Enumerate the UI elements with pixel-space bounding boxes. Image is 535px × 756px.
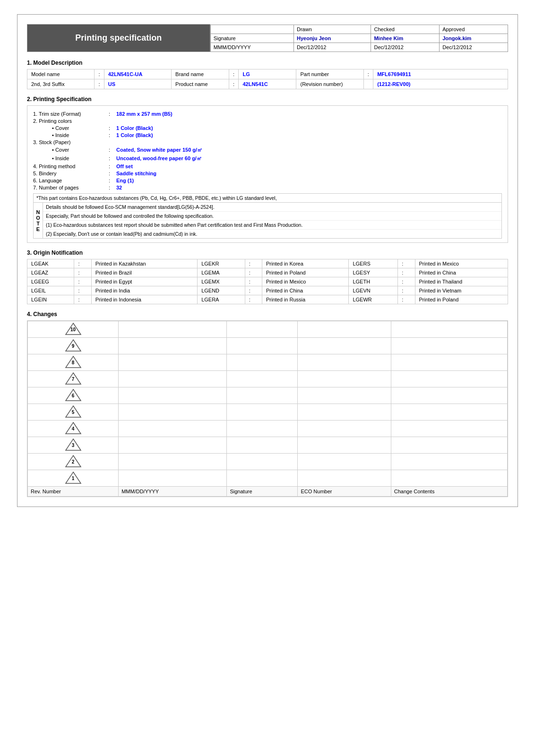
spec-bindery-value: Saddle stitching xyxy=(116,171,156,176)
header-right: Drawn Checked Approved Signature Hyeonju… xyxy=(210,25,508,52)
origin-row-4: LGEIL : Printed in India LGEND : Printed… xyxy=(27,286,508,295)
origin-lgeaz-colon: : xyxy=(74,268,91,277)
section2-header: 2. Printing Specification xyxy=(27,96,508,103)
footer-rev-col: Rev. Number xyxy=(28,487,119,497)
changes-cell xyxy=(298,454,391,470)
changes-cell xyxy=(391,470,507,487)
note-line-1: Details should be followed Eco-SCM manag… xyxy=(43,203,501,212)
changes-cell xyxy=(298,321,391,338)
changes-row: 4 xyxy=(28,421,508,437)
changes-row: 2 xyxy=(28,454,508,470)
origin-lgesy-code: LGESY xyxy=(349,268,398,277)
header-checked-label: Checked xyxy=(371,25,440,34)
origin-lgers-desc: Printed in Mexico xyxy=(415,259,508,268)
document-title: Printing specification xyxy=(27,25,210,52)
spec-method-row: 4. Printing method : Off set xyxy=(33,163,502,169)
product-name-value: 42LN541C xyxy=(239,79,296,89)
origin-lgewr-colon: : xyxy=(398,295,415,304)
model-row-1: Model name : 42LN541C-UA Brand name : LG… xyxy=(27,69,508,79)
origin-lgeeg-desc: Printed in Egypt xyxy=(91,277,197,286)
rev-num-cell: 9 xyxy=(28,338,119,354)
model-name-value: 42LN541C-UA xyxy=(104,69,171,79)
origin-lgeaz-code: LGEAZ xyxy=(27,268,74,277)
spec-pages-row: 7. Number of pages : 32 xyxy=(33,185,502,190)
revision-value: (1212-REV00) xyxy=(373,79,508,89)
changes-cell xyxy=(119,321,227,338)
spec-language-colon: : xyxy=(109,178,116,183)
brand-name-label: Brand name xyxy=(172,69,229,79)
spec-inside-paper-label: • Inside xyxy=(52,155,109,161)
header-drawn-label: Drawn xyxy=(294,25,371,34)
changes-cell xyxy=(119,371,227,387)
origin-lgema-colon: : xyxy=(245,268,262,277)
spec-inside-value: 1 Color (Black) xyxy=(116,132,153,138)
origin-lgers-colon: : xyxy=(398,259,415,268)
changes-cell xyxy=(119,437,227,454)
header-checked-date: Dec/12/2012 xyxy=(371,43,440,52)
changes-table: 10 9 8 7 xyxy=(27,321,508,497)
suffix-colon: : xyxy=(95,79,104,89)
origin-lgeth-code: LGETH xyxy=(349,277,398,286)
changes-cell xyxy=(391,437,507,454)
origin-lgekr-desc: Printed in Korea xyxy=(262,259,348,268)
origin-lgers-code: LGERS xyxy=(349,259,398,268)
model-row-2: 2nd, 3rd Suffix : US Product name : 42LN… xyxy=(27,79,508,89)
origin-lgema-code: LGEMA xyxy=(198,268,245,277)
changes-cell xyxy=(119,470,227,487)
origin-lgevn-colon: : xyxy=(398,286,415,295)
spec-cover-paper-label: • Cover xyxy=(52,147,109,153)
suffix-value: US xyxy=(104,79,171,89)
origin-lgeeg-colon: : xyxy=(74,277,91,286)
changes-cell xyxy=(298,404,391,421)
section1-header: 1. Model Description xyxy=(27,60,508,66)
footer-sig-col: Signature xyxy=(227,487,298,497)
changes-cell xyxy=(391,387,507,404)
revision-colon xyxy=(363,79,373,89)
footer-date-col: MMM/DD/YYYY xyxy=(119,487,227,497)
origin-lgend-desc: Printed in China xyxy=(262,286,348,295)
changes-cell xyxy=(119,354,227,371)
spec-inside-label: • Inside xyxy=(52,132,109,138)
footer-eco-col: ECO Number xyxy=(298,487,391,497)
notes-box: *This part contains Eco-hazardous substa… xyxy=(33,193,502,239)
origin-lgend-code: LGEND xyxy=(198,286,245,295)
changes-cell xyxy=(227,354,298,371)
section4-header: 4. Changes xyxy=(27,311,508,318)
changes-row: 5 xyxy=(28,404,508,421)
footer-change-col: Change Contents xyxy=(391,487,507,497)
changes-outer: 10 9 8 7 xyxy=(27,320,508,497)
changes-cell xyxy=(119,454,227,470)
changes-cell xyxy=(227,470,298,487)
note-star: *This part contains Eco-hazardous substa… xyxy=(34,194,501,202)
part-number-colon: : xyxy=(363,69,373,79)
changes-cell xyxy=(119,421,227,437)
spec-language-label: 6. Language xyxy=(33,178,109,183)
origin-lgewr-code: LGEWR xyxy=(349,295,398,304)
spec-colors-row: 2. Printing colors xyxy=(33,118,502,124)
spec-method-value: Off set xyxy=(116,163,133,169)
changes-cell xyxy=(119,404,227,421)
spec-box: 1. Trim size (Format) : 182 mm x 257 mm … xyxy=(27,105,508,243)
origin-lgeak-desc: Printed in Kazakhstan xyxy=(91,259,197,268)
changes-cell xyxy=(391,454,507,470)
origin-lgeak-colon: : xyxy=(74,259,91,268)
origin-lgemx-code: LGEMX xyxy=(198,277,245,286)
origin-lgeth-colon: : xyxy=(398,277,415,286)
note-line-2: Especially, Part should be followed and … xyxy=(43,212,501,221)
spec-cover-colon: : xyxy=(109,125,116,131)
spec-inside-colon: : xyxy=(109,132,116,138)
origin-lgekr-colon: : xyxy=(245,259,262,268)
rev-num-cell: 6 xyxy=(28,387,119,404)
origin-lgesy-colon: : xyxy=(398,268,415,277)
spec-cover-label: • Cover xyxy=(52,125,109,131)
spec-trim-label: 1. Trim size (Format) xyxy=(33,111,109,117)
origin-lgein-colon: : xyxy=(74,295,91,304)
origin-lgeth-desc: Printed in Thailand xyxy=(415,277,508,286)
changes-cell xyxy=(298,338,391,354)
changes-cell xyxy=(227,371,298,387)
spec-trim-row: 1. Trim size (Format) : 182 mm x 257 mm … xyxy=(33,111,502,117)
spec-bindery-label: 5. Bindery xyxy=(33,171,109,176)
changes-cell xyxy=(298,371,391,387)
changes-row: 3 xyxy=(28,437,508,454)
origin-lgeil-colon: : xyxy=(74,286,91,295)
